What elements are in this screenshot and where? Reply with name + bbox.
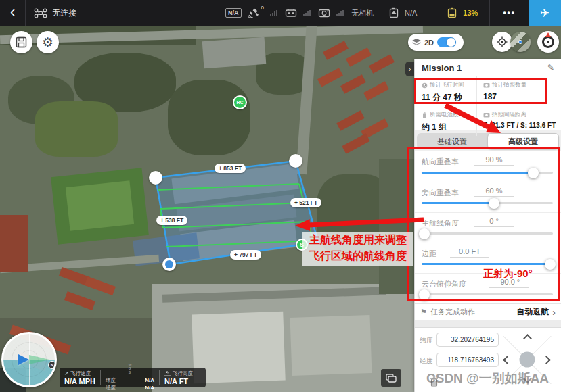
stat-battery-count: 所需电池数 约 1 组 bbox=[415, 106, 476, 136]
connection-status: 无连接 bbox=[52, 7, 76, 19]
telemetry-bar: ↗飞行速度 N/A MPH WGS 纬度N/A 经度N/A 飞行高度 N/A F… bbox=[60, 368, 206, 387]
settings-button[interactable]: ⚙ bbox=[37, 31, 59, 53]
heading-cone bbox=[29, 355, 49, 364]
finish-action-row[interactable]: ⚑ 任务完成动作 自动返航 › bbox=[415, 303, 561, 320]
satellite-signal-bars bbox=[270, 9, 277, 16]
camera-status: 无相机 bbox=[351, 8, 374, 18]
rc-signal-bars bbox=[303, 9, 311, 16]
dpad-up-button[interactable] bbox=[523, 334, 532, 343]
mission-header: Mission 1 ✎ bbox=[415, 59, 561, 76]
attitude-compass: N bbox=[1, 332, 57, 387]
map-layers-button[interactable] bbox=[381, 369, 401, 387]
compass-needle-icon bbox=[545, 32, 551, 37]
panel-collapse-handle[interactable]: › bbox=[405, 62, 414, 76]
wgs-icon: WGS bbox=[129, 364, 132, 375]
dpad-left-button[interactable] bbox=[503, 356, 512, 364]
camera-icon bbox=[483, 112, 490, 118]
altitude-icon bbox=[164, 371, 171, 376]
chevron-right-icon: › bbox=[409, 65, 411, 73]
save-icon bbox=[16, 36, 27, 48]
compass-ring-icon bbox=[542, 36, 554, 48]
flag-icon: ⚑ bbox=[420, 308, 427, 316]
locate-button[interactable] bbox=[492, 32, 512, 52]
2d-switch[interactable] bbox=[437, 37, 456, 47]
polygon-vertex-handle-selected[interactable] bbox=[162, 258, 176, 271]
gps-mode-badge[interactable]: N/A bbox=[225, 8, 242, 18]
altitude-value: N/A FT bbox=[164, 377, 193, 385]
stat-photo-interval: 拍照间隔距离 F: 21.3 FT / S: 113.6 FT bbox=[476, 106, 561, 136]
takeoff-button[interactable]: ✈ bbox=[529, 0, 561, 26]
aircraft-battery-value: N/A bbox=[405, 9, 417, 17]
layers-icon bbox=[412, 39, 421, 46]
satellite-icon[interactable] bbox=[248, 8, 259, 18]
dpad-center-knob[interactable] bbox=[520, 352, 535, 368]
latitude-label: 纬度 bbox=[420, 336, 433, 345]
annotation-ortho-note: 正射为-90° bbox=[483, 268, 533, 280]
minimap-button[interactable] bbox=[510, 32, 531, 52]
locate-icon bbox=[497, 36, 508, 47]
finish-action-value: 自动返航 bbox=[516, 306, 549, 318]
aircraft-heading-icon bbox=[18, 354, 29, 365]
map-compass-button[interactable] bbox=[537, 31, 559, 53]
rc-location-marker: RC bbox=[233, 95, 247, 109]
latitude-input[interactable]: 32.202764195 bbox=[436, 333, 499, 347]
telemetry-lat-value: N/A bbox=[145, 377, 154, 384]
mission-title: Mission 1 bbox=[422, 63, 462, 73]
more-menu-button[interactable]: ••• bbox=[496, 8, 522, 18]
telemetry-lng-label: 经度 bbox=[106, 385, 116, 391]
rc-battery-icon[interactable] bbox=[447, 7, 457, 18]
back-button[interactable]: ‹ bbox=[0, 3, 25, 23]
annotation-course-angle-note: 主航线角度用来调整 飞行区域的航线角度 bbox=[302, 232, 413, 266]
polygon-vertex-handle[interactable] bbox=[289, 154, 302, 168]
remote-controller-icon[interactable] bbox=[285, 8, 297, 18]
longitude-label: 经度 bbox=[420, 356, 433, 366]
edge-distance-label: + 853 FT bbox=[215, 164, 246, 173]
altitude-label: 飞行高度 bbox=[173, 370, 193, 377]
north-badge: N bbox=[48, 361, 56, 369]
longitude-input[interactable]: 118.716763493 bbox=[436, 353, 499, 367]
satellite-count: 0 bbox=[261, 5, 264, 11]
dpad-right-button[interactable] bbox=[542, 356, 551, 364]
rc-battery-value: 13% bbox=[463, 9, 478, 17]
telemetry-lng-value: N/A bbox=[145, 385, 154, 391]
drone-icon bbox=[34, 8, 47, 18]
speed-label: 飞行速度 bbox=[70, 370, 91, 377]
status-bar: ‹ 无连接 N/A 0 bbox=[0, 0, 561, 26]
chevron-right-icon: › bbox=[552, 307, 556, 318]
gear-icon: ⚙ bbox=[42, 34, 53, 50]
edit-mission-button[interactable]: ✎ bbox=[547, 63, 554, 72]
speed-value: N/A MPH bbox=[64, 377, 95, 385]
camera-icon[interactable] bbox=[318, 8, 330, 18]
aircraft-battery-icon[interactable] bbox=[389, 7, 399, 18]
edge-distance-label: + 797 FT bbox=[230, 250, 261, 260]
battery-icon bbox=[422, 112, 428, 118]
annotation-box-stats bbox=[414, 78, 547, 104]
edge-distance-label: + 521 FT bbox=[290, 198, 321, 207]
map-mode-label: 2D bbox=[424, 39, 434, 47]
edge-distance-label: + 538 FT bbox=[156, 216, 187, 225]
takeoff-plane-icon: ✈ bbox=[540, 6, 549, 20]
minimap-location-dot bbox=[518, 40, 522, 44]
camera-signal-bars bbox=[336, 9, 344, 16]
polygon-vertex-handle[interactable] bbox=[149, 171, 162, 185]
save-mission-button[interactable] bbox=[10, 31, 32, 53]
speed-icon: ↗ bbox=[64, 370, 68, 376]
map-mode-toggle[interactable]: 2D bbox=[408, 34, 464, 51]
map-layers-icon bbox=[386, 374, 397, 383]
telemetry-lat-label: 纬度 bbox=[106, 377, 116, 384]
finish-action-label: 任务完成动作 bbox=[430, 307, 475, 317]
watermark: CSDN @一别如斯AA bbox=[426, 370, 549, 387]
